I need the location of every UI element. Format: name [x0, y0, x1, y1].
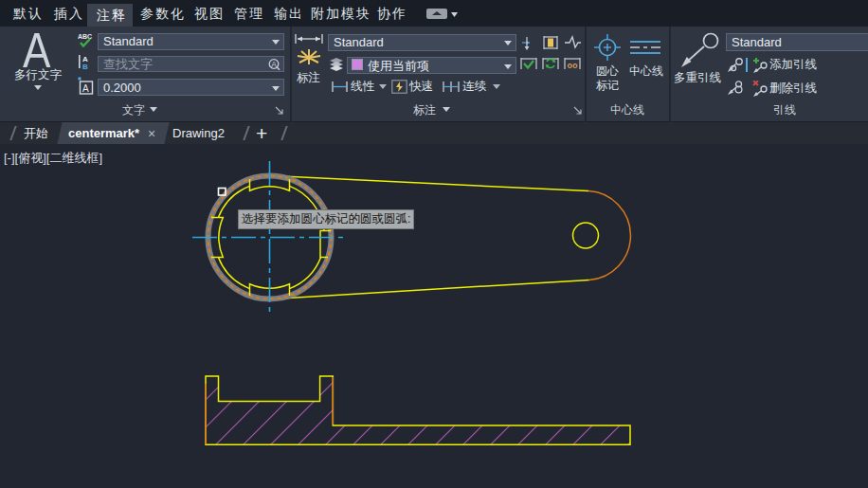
svg-text:A: A [82, 83, 89, 94]
svg-text:oo: oo [568, 61, 578, 70]
svg-text:A: A [271, 59, 277, 68]
svg-text:B: B [82, 63, 88, 69]
